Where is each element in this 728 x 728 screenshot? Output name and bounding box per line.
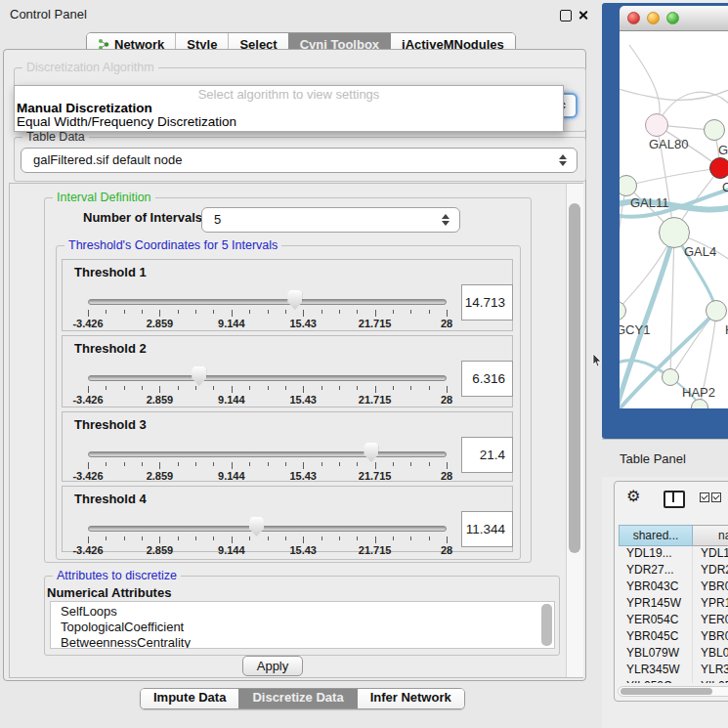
table-cell-shared-name: YDR27... bbox=[619, 563, 693, 579]
threshold-box: Threshold 4-3.4262.8599.14415.4321.71528… bbox=[62, 486, 513, 552]
table-cell-shared-name: YIL052C bbox=[619, 679, 693, 683]
vertical-scrollbar[interactable] bbox=[566, 184, 583, 677]
algorithm-dropdown-popup: Select algorithm to view settings Manual… bbox=[14, 85, 564, 132]
dropdown-item-equal-width-frequency[interactable]: Equal Width/Frequency Discretization bbox=[17, 115, 236, 129]
table-row[interactable]: YLR345WYLR345W bbox=[619, 663, 728, 679]
combobox-arrows-icon bbox=[559, 153, 568, 167]
select-columns-icon[interactable] bbox=[700, 492, 721, 502]
slider-tick-label: -3.426 bbox=[59, 470, 117, 482]
slider-thumb[interactable] bbox=[249, 517, 264, 536]
slider-tick bbox=[285, 310, 286, 314]
threshold-box: Threshold 1-3.4262.8599.14415.4321.71528… bbox=[62, 259, 513, 331]
slider-tick bbox=[321, 310, 322, 314]
slider-tick-label: -3.426 bbox=[59, 318, 117, 329]
slider-tick bbox=[232, 310, 233, 317]
table-row[interactable]: YBR043CYBR043C bbox=[619, 579, 728, 596]
slider-tick bbox=[178, 310, 179, 314]
slider-tick bbox=[339, 462, 340, 466]
slider-tick bbox=[268, 536, 269, 540]
network-node[interactable] bbox=[662, 368, 679, 386]
list-scrollbar-thumb[interactable] bbox=[541, 604, 552, 646]
network-canvas[interactable]: GAL80GACGAL11GAL4GCY1HHAP2 bbox=[620, 31, 728, 408]
slider-tick bbox=[321, 386, 322, 390]
slider-thumb[interactable] bbox=[287, 290, 302, 310]
close-window-button[interactable] bbox=[627, 12, 640, 24]
slider-tick bbox=[88, 536, 89, 543]
close-icon[interactable] bbox=[578, 10, 588, 21]
split-columns-icon[interactable] bbox=[664, 491, 685, 508]
network-node-label: GAL4 bbox=[684, 244, 716, 259]
network-view-window[interactable]: GAL80GACGAL11GAL4GCY1HHAP2 bbox=[602, 3, 728, 439]
column-header-name[interactable]: na bbox=[693, 525, 728, 546]
table-cell-name: YBR045C bbox=[693, 629, 728, 646]
slider-tick bbox=[357, 386, 358, 390]
slider-thumb[interactable] bbox=[192, 366, 206, 386]
threshold-box: Threshold 2-3.4262.8599.14415.4321.71528… bbox=[62, 335, 513, 407]
horizontal-scrollbar-thumb[interactable] bbox=[621, 688, 712, 695]
slider-tick bbox=[88, 462, 89, 469]
number-of-intervals-spinner[interactable]: 5 bbox=[201, 207, 460, 233]
slider-tick-label: 21.715 bbox=[346, 394, 405, 406]
float-window-icon[interactable] bbox=[560, 10, 572, 21]
slider-track[interactable] bbox=[88, 451, 447, 457]
slider-thumb[interactable] bbox=[364, 443, 378, 462]
zoom-window-button[interactable] bbox=[666, 12, 679, 24]
threshold-value-field[interactable]: 21.4 bbox=[461, 437, 513, 473]
threshold-value-field[interactable]: 6.316 bbox=[461, 361, 513, 397]
slider-tick-label: 9.144 bbox=[202, 394, 261, 406]
horizontal-scrollbar[interactable] bbox=[618, 686, 728, 697]
table-row[interactable]: YIL052CYIL052C bbox=[619, 679, 728, 683]
tab-discretize-data[interactable]: Discretize Data bbox=[238, 689, 356, 708]
table-panel-title: Table Panel bbox=[620, 451, 686, 466]
attribute-list-item[interactable]: SelfLoops bbox=[51, 602, 554, 620]
slider-tick bbox=[429, 386, 430, 390]
slider-tick bbox=[124, 462, 125, 466]
column-header-shared-name[interactable]: shared... bbox=[619, 525, 693, 546]
tab-infer-network[interactable]: Infer Network bbox=[357, 689, 464, 708]
slider-track[interactable] bbox=[88, 526, 447, 532]
slider-tick bbox=[303, 386, 304, 393]
table-row[interactable]: YDR27...YDR27... bbox=[619, 563, 728, 579]
vertical-scrollbar-thumb[interactable] bbox=[569, 203, 580, 553]
minimize-window-button[interactable] bbox=[647, 12, 660, 24]
table-cell-shared-name: YBR045C bbox=[619, 629, 693, 646]
attribute-list-item[interactable]: BetweennessCentrality bbox=[51, 635, 554, 649]
checkbox-icon bbox=[711, 492, 721, 502]
network-node-label: GAL80 bbox=[649, 137, 688, 151]
slider-tick bbox=[393, 386, 394, 390]
gear-icon[interactable]: ⚙ bbox=[626, 488, 640, 505]
slider-track[interactable] bbox=[88, 299, 447, 305]
spinner-arrows-icon bbox=[442, 213, 450, 227]
threshold-value-field[interactable]: 11.344 bbox=[461, 511, 513, 547]
table-row[interactable]: YPR145WYPR145W bbox=[619, 596, 728, 613]
network-node[interactable] bbox=[645, 113, 668, 137]
network-node[interactable] bbox=[704, 119, 725, 141]
group-label: Attributes to discretize bbox=[53, 569, 181, 582]
slider-tick bbox=[178, 536, 179, 540]
tab-impute-data[interactable]: Impute Data bbox=[141, 689, 238, 708]
table-data-combobox[interactable]: galFiltered.sif default node bbox=[21, 148, 578, 173]
slider-tick bbox=[375, 386, 376, 393]
table-row[interactable]: YDL19...YDL19... bbox=[619, 546, 728, 563]
slider-tick bbox=[321, 462, 322, 466]
slider-tick bbox=[142, 386, 143, 390]
threshold-value-field[interactable]: 14.713 bbox=[461, 284, 513, 321]
apply-button[interactable]: Apply bbox=[242, 656, 303, 676]
table-row[interactable]: YBL079WYBL079W bbox=[619, 646, 728, 663]
slider-tick bbox=[410, 462, 411, 466]
slider-tick bbox=[410, 386, 411, 390]
network-window-titlebar[interactable] bbox=[620, 6, 728, 31]
bottom-tab-bar: Impute Data Discretize Data Infer Networ… bbox=[140, 688, 465, 709]
table-cell-name: YBR043C bbox=[693, 579, 728, 596]
slider-track[interactable] bbox=[88, 375, 447, 381]
numerical-attributes-list[interactable]: SelfLoopsTopologicalCoefficientBetweenne… bbox=[50, 601, 555, 649]
dropdown-item-manual-discretization[interactable]: Manual Discretization bbox=[17, 102, 152, 115]
network-node[interactable] bbox=[706, 300, 727, 321]
table-row[interactable]: YBR045CYBR045C bbox=[619, 629, 728, 646]
table-row[interactable]: YER054CYER054C bbox=[619, 613, 728, 629]
table-cell-shared-name: YER054C bbox=[619, 613, 693, 629]
attribute-list-item[interactable]: TopologicalCoefficient bbox=[51, 620, 554, 635]
list-scrollbar[interactable] bbox=[541, 604, 552, 646]
network-node[interactable] bbox=[709, 157, 728, 179]
panel-title: Control Panel bbox=[10, 7, 87, 21]
